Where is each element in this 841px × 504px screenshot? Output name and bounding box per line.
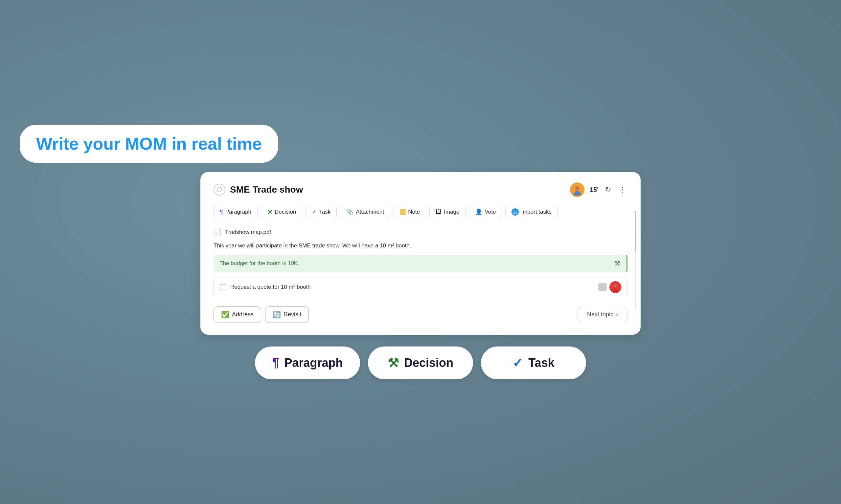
toolbar: ¶ Paragraph ⚒ Decision ✓ Task 📎 Attachme… — [213, 205, 628, 219]
note-label: Note — [408, 209, 420, 215]
toolbar-paragraph-button[interactable]: ¶ Paragraph — [213, 205, 258, 219]
task-text: Request a quote for 10 m² booth — [230, 284, 311, 290]
toolbar-image-button[interactable]: 🖼 Image — [429, 205, 465, 219]
task-left: Request a quote for 10 m² booth — [220, 284, 311, 290]
task-checkbox[interactable] — [220, 284, 226, 290]
task-tag — [598, 283, 607, 291]
more-icon: ⋮ — [619, 185, 626, 194]
svg-rect-4 — [574, 191, 580, 194]
revisit-icon: 🔄 — [273, 311, 281, 319]
pill-paragraph-icon: ¶ — [272, 356, 279, 370]
card-footer: ✅ Address 🔄 Revisit Next topic › — [213, 306, 628, 323]
decision-text: The budget for the booth is 10K. — [220, 260, 299, 267]
card-header: SME Trade show 15' ↻ ⋮ — [213, 182, 628, 197]
footer-left-actions: ✅ Address 🔄 Revisit — [213, 306, 309, 323]
toolbar-note-button[interactable]: Note — [394, 205, 426, 219]
meeting-status-button[interactable] — [213, 184, 225, 196]
image-label: Image — [444, 209, 459, 215]
feature-pill-task: ✓ Task — [481, 346, 586, 379]
address-label: Address — [232, 311, 254, 318]
refresh-button[interactable]: ↻ — [604, 184, 612, 195]
task-right — [598, 281, 621, 293]
svg-point-8 — [614, 285, 617, 287]
content-area: 📄 Tradshow map.pdf This year we will par… — [213, 228, 628, 297]
next-topic-chevron: › — [616, 311, 618, 318]
address-icon: ✅ — [221, 311, 229, 319]
svg-point-3 — [576, 187, 579, 190]
feature-pill-decision: ⚒ Decision — [368, 346, 473, 379]
decision-icon: ⚒ — [267, 209, 272, 216]
scrollbar[interactable] — [635, 211, 636, 308]
feature-pill-paragraph: ¶ Paragraph — [255, 346, 360, 379]
revisit-button[interactable]: 🔄 Revisit — [265, 306, 309, 323]
pill-decision-icon: ⚒ — [388, 356, 399, 370]
attachment-icon: 📎 — [346, 209, 354, 216]
vote-label: Vote — [484, 209, 496, 215]
meeting-title: SME Trade show — [230, 184, 303, 195]
next-topic-button[interactable]: Next topic › — [578, 307, 628, 322]
task-label: Task — [319, 209, 330, 215]
attachment-label: Attachment — [356, 209, 384, 215]
next-topic-label: Next topic — [587, 311, 613, 318]
attachment-row: 📄 Tradshow map.pdf — [213, 228, 628, 236]
scroll-thumb — [635, 211, 636, 251]
paragraph-icon: ¶ — [220, 209, 223, 216]
pdf-icon: 📄 — [213, 228, 222, 236]
toolbar-decision-button[interactable]: ⚒ Decision — [261, 205, 302, 219]
pill-task-label: Task — [528, 356, 554, 370]
import-badge: 13 — [512, 209, 519, 216]
pill-paragraph-label: Paragraph — [285, 356, 343, 370]
more-button[interactable]: ⋮ — [618, 184, 628, 195]
header-actions: 15' ↻ ⋮ — [570, 182, 628, 197]
paragraph-label: Paragraph — [225, 209, 251, 215]
toolbar-vote-button[interactable]: 👤 Vote — [469, 205, 502, 219]
bottom-features: ¶ Paragraph ⚒ Decision ✓ Task — [255, 346, 586, 379]
attachment-filename: Tradshow map.pdf — [225, 229, 271, 236]
import-label: Import tasks — [521, 209, 552, 215]
task-assignee-avatar — [610, 281, 621, 293]
pill-task-icon: ✓ — [513, 356, 523, 370]
paragraph-content: This year we will participate in the SME… — [213, 241, 628, 250]
task-check-icon: ✓ — [312, 209, 317, 216]
title-bubble: Write your MOM in real time — [20, 125, 278, 163]
pill-decision-label: Decision — [404, 356, 453, 370]
address-button[interactable]: ✅ Address — [213, 306, 261, 323]
decision-label: Decision — [275, 209, 296, 215]
toolbar-import-button[interactable]: 13 Import tasks — [505, 205, 558, 219]
vote-icon: 👤 — [475, 209, 482, 216]
main-card: SME Trade show 15' ↻ ⋮ ¶ — [201, 172, 640, 335]
toolbar-task-button[interactable]: ✓ Task — [306, 205, 337, 219]
circle-icon — [217, 187, 222, 192]
refresh-icon: ↻ — [605, 185, 611, 194]
revisit-label: Revisit — [284, 311, 301, 318]
toolbar-attachment-button[interactable]: 📎 Attachment — [340, 205, 390, 219]
page-title: Write your MOM in real time — [36, 134, 262, 154]
note-icon — [400, 209, 406, 215]
task-row: Request a quote for 10 m² booth — [213, 277, 628, 297]
decision-row: The budget for the booth is 10K. ⚒ — [213, 255, 628, 272]
avatar — [570, 182, 584, 197]
timer: 15' — [590, 186, 599, 194]
card-title-row: SME Trade show — [213, 184, 303, 196]
image-icon: 🖼 — [435, 209, 442, 216]
decision-hammer-icon: ⚒ — [614, 259, 621, 268]
